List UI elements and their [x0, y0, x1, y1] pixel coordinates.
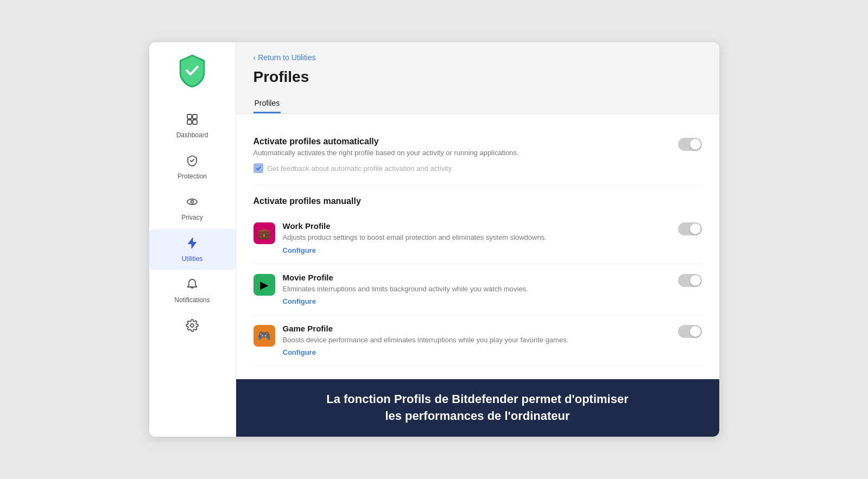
sidebar-logo	[175, 53, 210, 90]
auto-profiles-toggle[interactable]	[678, 138, 702, 151]
svg-point-6	[191, 324, 194, 327]
sidebar-item-dashboard[interactable]: Dashboard	[149, 105, 236, 146]
privacy-icon	[186, 195, 199, 212]
movie-profile-icon: ▶	[254, 274, 275, 296]
svg-point-5	[191, 201, 194, 203]
svg-rect-2	[187, 120, 192, 124]
privacy-label: Privacy	[181, 214, 202, 221]
manual-profiles-title: Activate profiles manually	[254, 196, 702, 206]
back-link[interactable]: ‹ Return to Utilities	[254, 53, 702, 62]
work-profile-toggle[interactable]	[678, 222, 702, 235]
protection-icon	[186, 154, 199, 170]
work-profile-row: 💼 Work Profile Adjusts product settings …	[254, 213, 702, 264]
utilities-label: Utilities	[182, 255, 203, 263]
notifications-label: Notifications	[174, 296, 210, 304]
auto-profiles-section: Activate profiles automatically Automati…	[254, 127, 702, 186]
game-profile-info: Game Profile Boosts device performance a…	[283, 324, 569, 357]
sidebar-item-notifications[interactable]: Notifications	[149, 270, 236, 311]
sidebar-nav: Dashboard Protection	[149, 105, 236, 345]
sidebar: Dashboard Protection	[149, 42, 236, 436]
bitdefender-logo-icon	[175, 53, 210, 90]
dashboard-icon	[186, 113, 199, 129]
work-profile-left: 💼 Work Profile Adjusts product settings …	[254, 221, 678, 254]
sidebar-item-settings[interactable]	[149, 311, 236, 345]
content-header: ‹ Return to Utilities Profiles Profiles	[236, 42, 719, 114]
notifications-icon	[186, 278, 199, 294]
game-profile-left: 🎮 Game Profile Boosts device performance…	[254, 324, 678, 357]
content-body: Activate profiles automatically Automati…	[236, 114, 719, 379]
svg-point-4	[187, 199, 197, 205]
utilities-icon	[186, 237, 199, 253]
movie-profile-info: Movie Profile Eliminates interruptions a…	[283, 273, 528, 306]
svg-rect-0	[187, 114, 192, 119]
bottom-banner: La fonction Profils de Bitdefender perme…	[236, 379, 719, 437]
work-profile-desc: Adjusts product settings to boost email …	[283, 233, 547, 242]
work-configure-link[interactable]: Configure	[283, 246, 316, 254]
dashboard-label: Dashboard	[176, 131, 208, 139]
game-profile-desc: Boosts device performance and eliminates…	[283, 335, 569, 345]
work-profile-icon: 💼	[254, 222, 275, 244]
game-configure-link[interactable]: Configure	[283, 348, 316, 356]
main-content: ‹ Return to Utilities Profiles Profiles …	[236, 42, 719, 436]
feedback-checkbox[interactable]	[254, 163, 263, 173]
svg-rect-3	[193, 120, 197, 124]
feedback-label: Get feedback about automatic profile act…	[268, 164, 452, 173]
main-layout: Dashboard Protection	[149, 42, 719, 436]
game-profile-row: 🎮 Game Profile Boosts device performance…	[254, 315, 702, 366]
sidebar-item-utilities[interactable]: Utilities	[149, 229, 236, 270]
movie-profile-left: ▶ Movie Profile Eliminates interruptions…	[254, 273, 678, 306]
settings-icon	[186, 319, 199, 335]
app-container: Dashboard Protection	[149, 42, 719, 436]
auto-profiles-info: Activate profiles automatically Automati…	[254, 137, 678, 175]
game-profile-icon: 🎮	[254, 325, 275, 347]
chevron-left-icon: ‹	[254, 53, 256, 62]
auto-profiles-title: Activate profiles automatically	[254, 137, 665, 146]
back-link-label: Return to Utilities	[258, 53, 316, 62]
manual-section-header: Activate profiles manually	[254, 186, 702, 213]
game-profile-toggle[interactable]	[678, 325, 702, 338]
tabs: Profiles	[254, 94, 702, 113]
work-profile-name: Work Profile	[283, 221, 547, 231]
movie-profile-desc: Eliminates interruptions and limits back…	[283, 284, 528, 294]
banner-line2: les performances de l'ordinateur	[385, 409, 569, 423]
movie-profile-toggle[interactable]	[678, 274, 702, 287]
sidebar-item-protection[interactable]: Protection	[149, 146, 236, 188]
banner-line1: La fonction Profils de Bitdefender perme…	[326, 392, 629, 406]
movie-profile-name: Movie Profile	[283, 273, 528, 282]
sidebar-item-privacy[interactable]: Privacy	[149, 188, 236, 229]
auto-profiles-desc: Automatically activates the right profil…	[254, 149, 665, 157]
movie-profile-row: ▶ Movie Profile Eliminates interruptions…	[254, 264, 702, 315]
feedback-row: Get feedback about automatic profile act…	[254, 163, 665, 173]
page-title: Profiles	[254, 68, 702, 86]
tab-profiles[interactable]: Profiles	[254, 94, 281, 113]
movie-configure-link[interactable]: Configure	[283, 297, 316, 305]
svg-rect-1	[193, 114, 197, 119]
game-profile-name: Game Profile	[283, 324, 569, 333]
banner-text: La fonction Profils de Bitdefender perme…	[254, 391, 702, 425]
protection-label: Protection	[178, 173, 207, 180]
work-profile-info: Work Profile Adjusts product settings to…	[283, 221, 547, 254]
